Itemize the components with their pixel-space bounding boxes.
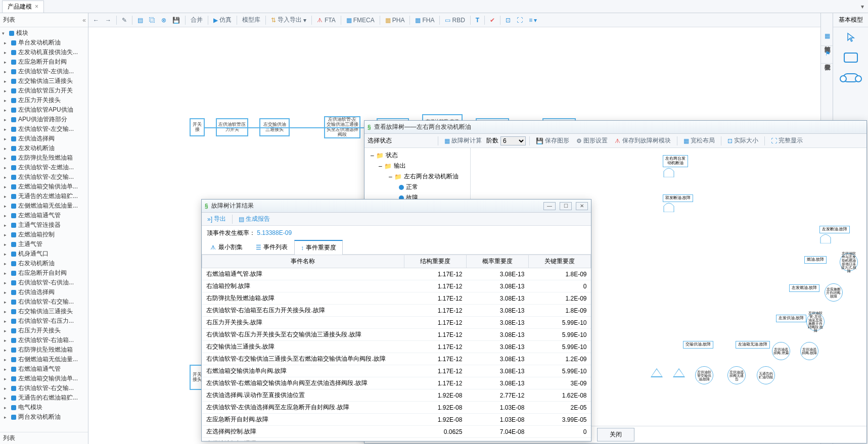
tree-item[interactable]: ▸电气模块 bbox=[0, 403, 88, 412]
img-setting-button[interactable]: ⚙图形设置 bbox=[574, 135, 610, 146]
table-row[interactable]: 右燃油箱通气管.故障1.17E-123.08E-131.8E-09 bbox=[202, 268, 591, 280]
tree-item[interactable]: ▸左侧燃油箱无低油量... bbox=[0, 201, 88, 211]
close-icon[interactable]: × bbox=[35, 3, 38, 10]
table-row[interactable]: 左选择阀控制.故障0.06257.04E-080 bbox=[202, 426, 591, 438]
tree-item[interactable]: ▸左交输供油三通接头 bbox=[0, 76, 88, 86]
palette-rect[interactable] bbox=[833, 47, 868, 68]
table-row[interactable]: 右交输供油三通接头.故障1.17E-123.08E-135.99E-10 bbox=[202, 341, 591, 353]
tree-item[interactable]: ▸左燃油箱交输供油单... bbox=[0, 182, 88, 191]
maximize-icon[interactable]: ☐ bbox=[560, 202, 572, 210]
col-crit[interactable]: 关键重要度 bbox=[528, 255, 590, 268]
tree-item[interactable]: ▸右供油软管-右供油... bbox=[0, 278, 88, 287]
text-icon[interactable]: T bbox=[473, 15, 482, 25]
check-icon[interactable]: ✔ bbox=[487, 15, 497, 25]
rbd-button[interactable]: ▭RBD bbox=[442, 15, 467, 25]
table-row[interactable]: 左供油选择阀.泄漏0.06257.04E-080.000412 bbox=[202, 438, 591, 441]
table-row[interactable]: 左供油软管-左供油选择阀至左应急断开自封阀段.故障1.92E-081.03E-0… bbox=[202, 402, 591, 414]
tree-item[interactable]: ▸左供油软管-左燃油... bbox=[0, 163, 88, 172]
table-row[interactable]: 右供油软管-右压力开关接头至右交输供油三通接头段.故障1.17E-123.08E… bbox=[202, 329, 591, 341]
tree-item[interactable]: ▸右防弹抗坠毁燃油箱 bbox=[0, 345, 88, 355]
minimize-icon[interactable]: — bbox=[543, 202, 556, 210]
col-struct[interactable]: 结构重要度 bbox=[404, 255, 466, 268]
tree-item[interactable]: ▸右供油选择阀 bbox=[0, 287, 88, 297]
export-button[interactable]: »]导出 bbox=[205, 213, 229, 225]
tree-item[interactable]: ▸无通告的左燃油箱贮... bbox=[0, 191, 88, 201]
pha-button[interactable]: ▦PHA bbox=[383, 15, 407, 25]
tree-item[interactable]: ▸左防弹抗坠毁燃油箱 bbox=[0, 153, 88, 163]
table-row[interactable]: 右供油软管-右交输供油三通接头至右燃油箱交输供油单向阀段.故障1.17E-123… bbox=[202, 353, 591, 365]
side-safety-button[interactable]: ⚑概率安全分析 bbox=[821, 46, 834, 64]
tree-item[interactable]: ▸主通气管 bbox=[0, 239, 88, 249]
palette-compound[interactable] bbox=[833, 68, 868, 88]
ft-calc-button[interactable]: ▦故障树计算 bbox=[442, 135, 484, 146]
model-tree[interactable]: ▾ 模块 ▸单台发动机断油▸左发动机直接供油失...▸左应急断开自封阀▸左供油软… bbox=[0, 27, 88, 432]
col-prob[interactable]: 概率重要度 bbox=[466, 255, 528, 268]
tab-importance[interactable]: ↕事件重要度 bbox=[294, 240, 343, 255]
tree-item[interactable]: ▸左应急断开自封阀 bbox=[0, 57, 88, 67]
report-button[interactable]: ▤生成报告 bbox=[236, 213, 272, 225]
dialog-titlebar[interactable]: § 查看故障树——左右两台发动机断油 bbox=[364, 121, 866, 134]
fit-icon[interactable]: ⛶ bbox=[514, 15, 525, 25]
table-row[interactable]: 右燃油箱交输供油单向阀.故障1.17E-123.08E-135.99E-10 bbox=[202, 365, 591, 377]
tree-item[interactable]: ▸左供油软管-右油箱... bbox=[0, 335, 88, 345]
loose-layout-button[interactable]: ▦宽松布局 bbox=[681, 135, 717, 146]
import-export-button[interactable]: ⇅导入导出 ▾ bbox=[268, 14, 309, 26]
delete-icon[interactable]: ⊗ bbox=[159, 15, 169, 25]
tree-item[interactable]: ▸右压力开关接头 bbox=[0, 326, 88, 335]
tree-item[interactable]: ▸两台发动机断油 bbox=[0, 412, 88, 422]
nav-fwd-icon[interactable]: → bbox=[103, 15, 114, 25]
result-table[interactable]: 事件名称 结构重要度 概率重要度 关键重要度 右燃油箱通气管.故障1.17E-1… bbox=[202, 255, 591, 441]
copy-icon[interactable]: ⿻ bbox=[147, 15, 158, 25]
table-row[interactable]: 左应急断开自封阀.故障1.92E-081.03E-083.99E-05 bbox=[202, 414, 591, 426]
tree-item[interactable]: ▸左发动机断油 bbox=[0, 143, 88, 153]
tab-mincut[interactable]: ⩚最小割集 bbox=[204, 240, 249, 254]
tree-item[interactable]: ▸APU供油管路部分 bbox=[0, 115, 88, 124]
tree-item[interactable]: ▸右交输供油三通接头 bbox=[0, 307, 88, 316]
tree-item[interactable]: ▸左发动机直接供油失... bbox=[0, 47, 88, 57]
tree-item[interactable]: ▸左供油选择阀 bbox=[0, 134, 88, 143]
tree-item[interactable]: ▸左供油软管-左供油... bbox=[0, 67, 88, 76]
tree-item[interactable]: ▸左燃油箱交输供油单... bbox=[0, 374, 88, 383]
order-select[interactable]: 6 bbox=[500, 136, 526, 145]
tree-root[interactable]: ▾ 模块 bbox=[0, 28, 88, 38]
col-name[interactable]: 事件名称 bbox=[202, 255, 404, 268]
tab-menu-icon[interactable]: ▾ bbox=[857, 3, 868, 10]
tree-item[interactable]: ▸左供油软管-左交输... bbox=[0, 172, 88, 182]
ft-close-button[interactable]: 关闭 bbox=[597, 428, 634, 441]
tree-item[interactable]: ▸右供油软管-右交输... bbox=[0, 383, 88, 393]
palette-pointer[interactable] bbox=[833, 27, 868, 47]
table-row[interactable]: 右压力开关接头.故障1.17E-123.08E-135.99E-10 bbox=[202, 317, 591, 329]
stack-icon[interactable]: ▤ bbox=[135, 15, 146, 25]
tree-item[interactable]: ▸右发动机断油 bbox=[0, 259, 88, 268]
tree-item[interactable]: ▸无通告的右燃油箱贮... bbox=[0, 393, 88, 403]
tree-item[interactable]: ▸左燃油箱控制 bbox=[0, 230, 88, 239]
result-titlebar[interactable]: § 故障树计算结果 — ☐ ✕ bbox=[202, 200, 591, 213]
select-icon[interactable]: ⊡ bbox=[503, 15, 513, 25]
fta-button[interactable]: ⩚FTA bbox=[314, 15, 338, 25]
merge-button[interactable]: 合并 bbox=[188, 14, 205, 26]
save-icon[interactable]: 💾 bbox=[170, 15, 182, 25]
sim-button[interactable]: ▶仿真 bbox=[211, 14, 234, 26]
tree-item[interactable]: ▸左供油软管-左交输... bbox=[0, 124, 88, 134]
tree-item[interactable]: ▸左供油软管压力开关 bbox=[0, 86, 88, 95]
save-to-module-button[interactable]: ⩚保存到故障树模块 bbox=[612, 135, 673, 146]
tree-item[interactable]: ▸主通气管连接器 bbox=[0, 220, 88, 230]
fha-button[interactable]: ▦FHA bbox=[413, 15, 437, 25]
tree-item[interactable]: ▸单台发动机断油 bbox=[0, 38, 88, 47]
table-row[interactable]: 右防弹抗坠毁燃油箱.故障1.17E-123.08E-131.2E-09 bbox=[202, 292, 591, 305]
align-icon[interactable]: ≡ ▾ bbox=[526, 15, 539, 25]
tree-item[interactable]: ▸右应急断开自封阀 bbox=[0, 268, 88, 278]
edit-icon[interactable]: ✎ bbox=[119, 15, 129, 25]
tree-item[interactable]: ▸右燃油箱通气管 bbox=[0, 364, 88, 374]
tab-eventlist[interactable]: ☰事件列表 bbox=[249, 240, 294, 254]
tree-item[interactable]: ▸左燃油箱通气管 bbox=[0, 211, 88, 220]
collapse-icon[interactable]: « bbox=[82, 17, 85, 24]
tab-product-model[interactable]: 产品建模 × bbox=[2, 1, 44, 13]
fmeca-button[interactable]: ▦FMECA bbox=[344, 15, 377, 25]
table-row[interactable]: 左供油软管-右燃油箱交输供油单向阀至左供油选择阀段.故障1.17E-123.08… bbox=[202, 377, 591, 389]
tree-item[interactable]: ▸机身通气口 bbox=[0, 249, 88, 259]
tree-item[interactable]: ▸右侧燃油箱无低油量... bbox=[0, 355, 88, 364]
modellib-button[interactable]: 模型库 bbox=[240, 14, 263, 26]
save-img-button[interactable]: 💾保存图形 bbox=[533, 135, 572, 146]
close-icon[interactable]: ✕ bbox=[576, 202, 588, 210]
